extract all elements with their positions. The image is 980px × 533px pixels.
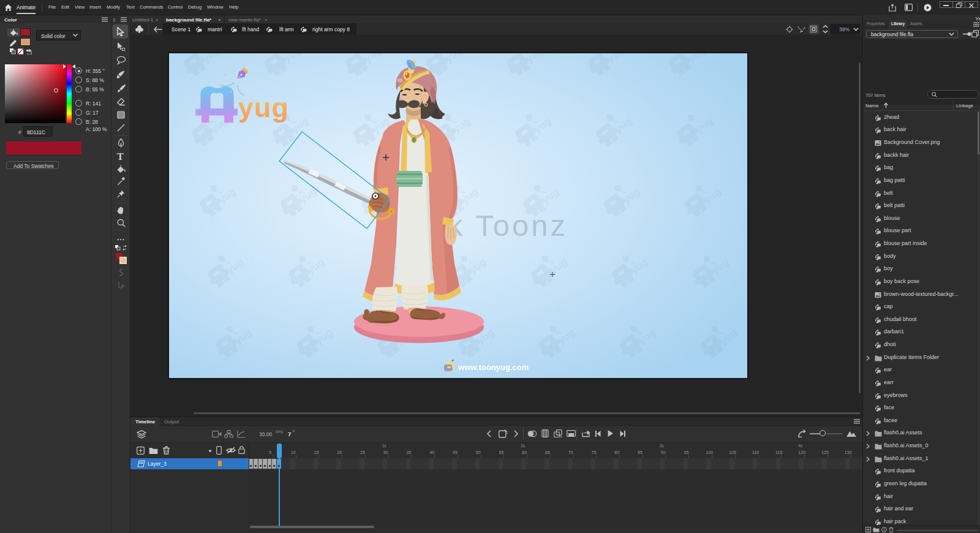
svg-text:www.toonyug.com: www.toonyug.com — [458, 363, 529, 372]
svg-text:k Toonz: k Toonz — [448, 209, 568, 242]
svg-text:yug: yug — [238, 92, 289, 123]
